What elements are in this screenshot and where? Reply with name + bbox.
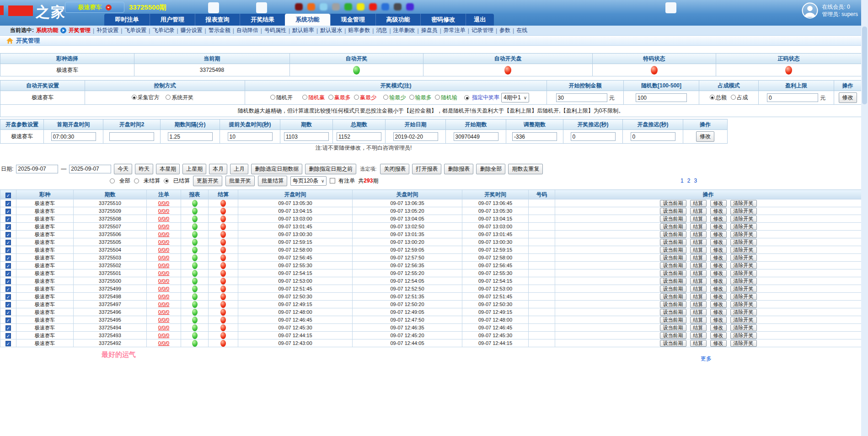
row-action-set-current-button[interactable]: 设当前期 — [660, 293, 686, 300]
report-status-dot[interactable] — [192, 200, 198, 207]
row-action-clear-draw-button[interactable]: 清除开奖 — [730, 309, 757, 316]
radio-lose-least[interactable] — [383, 95, 388, 100]
row-action-settle-button[interactable]: 结算 — [690, 309, 707, 316]
report-status-dot[interactable] — [192, 285, 198, 292]
subnav-item[interactable]: 赔率参数 — [348, 27, 370, 34]
start-date-input[interactable] — [393, 132, 438, 141]
settle-status-dot[interactable] — [220, 223, 226, 230]
row-action-set-current-button[interactable]: 设当前期 — [660, 332, 686, 339]
row-action-settle-button[interactable]: 结算 — [690, 247, 707, 253]
row-action-set-current-button[interactable]: 设当前期 — [660, 285, 686, 292]
row-action-set-current-button[interactable]: 设当前期 — [660, 317, 686, 323]
settle-status-dot[interactable] — [220, 270, 226, 277]
row-action-modify-button[interactable]: 修改 — [710, 293, 727, 300]
radio-total-amount[interactable] — [710, 95, 715, 100]
page-link-3[interactable]: 3 — [694, 178, 697, 184]
settle-status-dot[interactable] — [220, 215, 226, 222]
report-status-dot[interactable] — [192, 215, 198, 222]
date-quick-button-4[interactable]: 上星期 — [182, 164, 206, 174]
subnav-item[interactable]: 异常注单 — [444, 27, 466, 34]
report-status-dot[interactable] — [192, 293, 198, 300]
row-action-modify-button[interactable]: 修改 — [710, 301, 727, 308]
row-action-set-current-button[interactable]: 设当前期 — [660, 223, 686, 230]
row-action-clear-draw-button[interactable]: 清除开奖 — [730, 293, 757, 300]
page-size-select[interactable]: 每页120条 — [290, 176, 327, 186]
auto-draw-status-dot[interactable] — [353, 66, 360, 75]
row-action-clear-draw-button[interactable]: 清除开奖 — [730, 324, 757, 331]
row-action-settle-button[interactable]: 结算 — [690, 231, 707, 238]
row-action-modify-button[interactable]: 修改 — [710, 208, 727, 215]
status-radio-1[interactable] — [110, 178, 115, 183]
start-period-input[interactable] — [454, 132, 498, 141]
report-status-dot[interactable] — [192, 247, 198, 253]
date-quick-button-8[interactable]: 删除指定日期之前 — [305, 164, 356, 174]
report-status-dot[interactable] — [192, 340, 198, 347]
report-action-button-3[interactable]: 删除报表 — [444, 164, 473, 174]
settle-status-dot[interactable] — [220, 262, 226, 269]
bets-link[interactable]: 0/0/0 — [158, 263, 169, 268]
report-status-dot[interactable] — [192, 324, 198, 331]
subnav-item[interactable]: 飞单设置 — [124, 27, 146, 34]
open-time2-input[interactable] — [109, 132, 154, 141]
row-checkbox[interactable] — [5, 341, 11, 346]
report-status-dot[interactable] — [192, 301, 198, 308]
subnav-item[interactable]: 默认赔率 — [292, 27, 314, 34]
row-action-settle-button[interactable]: 结算 — [690, 223, 707, 230]
row-action-modify-button[interactable]: 修改 — [710, 309, 727, 316]
settle-status-dot[interactable] — [220, 309, 226, 316]
row-action-settle-button[interactable]: 结算 — [690, 208, 707, 215]
modify-button[interactable]: 修改 — [696, 131, 714, 142]
subnav-item[interactable]: 号码属性 — [264, 27, 286, 34]
batch-action-button-3[interactable]: 批量结算 — [258, 176, 287, 186]
report-action-button-5[interactable]: 期数去重复 — [508, 164, 543, 174]
row-action-settle-button[interactable]: 结算 — [690, 270, 707, 277]
radio-random-win[interactable] — [302, 95, 307, 100]
random-num-input[interactable] — [636, 93, 687, 102]
row-action-set-current-button[interactable]: 设当前期 — [660, 200, 686, 207]
row-action-settle-button[interactable]: 结算 — [690, 254, 707, 261]
auto-gate-status-dot[interactable] — [504, 66, 511, 75]
bets-link[interactable]: 0/0/0 — [158, 317, 169, 323]
row-action-modify-button[interactable]: 修改 — [710, 278, 727, 285]
bets-link[interactable]: 0/0/0 — [158, 255, 169, 260]
nav-tab-3[interactable]: 报表查询 — [195, 14, 240, 26]
periods-input[interactable] — [284, 132, 329, 141]
radio-system-draw[interactable] — [166, 95, 171, 100]
row-action-settle-button[interactable]: 结算 — [690, 332, 707, 339]
report-status-dot[interactable] — [192, 254, 198, 261]
row-action-clear-draw-button[interactable]: 清除开奖 — [730, 301, 757, 308]
row-action-clear-draw-button[interactable]: 清除开奖 — [730, 317, 757, 323]
specify-rate-select[interactable]: 4期中1 — [501, 93, 529, 102]
row-checkbox[interactable] — [5, 318, 11, 323]
select-all-checkbox[interactable] — [5, 193, 11, 198]
bets-link[interactable]: 0/0/0 — [158, 231, 169, 237]
page-link-2[interactable]: 2 — [687, 178, 691, 184]
row-checkbox[interactable] — [5, 255, 11, 261]
settle-status-dot[interactable] — [220, 293, 226, 300]
game-selector-button[interactable]: 极速赛车 — [65, 2, 124, 13]
settle-status-dot[interactable] — [220, 340, 226, 347]
bets-link[interactable]: 0/0/0 — [158, 224, 169, 229]
report-action-button-4[interactable]: 删除全部 — [476, 164, 505, 174]
subnav-item[interactable]: 默认退水 — [320, 27, 342, 34]
nav-tab-2[interactable]: 用户管理 — [150, 14, 195, 26]
settle-status-dot[interactable] — [220, 254, 226, 261]
radio-specify-rate[interactable] — [464, 95, 469, 100]
report-status-dot[interactable] — [192, 262, 198, 269]
row-checkbox[interactable] — [5, 333, 11, 339]
report-status-dot[interactable] — [192, 332, 198, 339]
report-status-dot[interactable] — [192, 223, 198, 230]
radio-win-least[interactable] — [354, 95, 359, 100]
row-action-modify-button[interactable]: 修改 — [710, 215, 727, 222]
row-action-settle-button[interactable]: 结算 — [690, 324, 707, 331]
normal-code-status-dot[interactable] — [785, 66, 792, 75]
has-bets-checkbox[interactable] — [330, 178, 335, 183]
status-radio-2[interactable] — [134, 178, 139, 183]
row-action-settle-button[interactable]: 结算 — [690, 215, 707, 222]
nav-tab-8[interactable]: 密码修改 — [420, 14, 466, 26]
row-action-clear-draw-button[interactable]: 清除开奖 — [730, 215, 757, 222]
radio-lose-most[interactable] — [409, 95, 414, 100]
row-action-clear-draw-button[interactable]: 清除开奖 — [730, 340, 757, 347]
row-action-set-current-button[interactable]: 设当前期 — [660, 208, 686, 215]
total-periods-input[interactable] — [337, 132, 381, 141]
